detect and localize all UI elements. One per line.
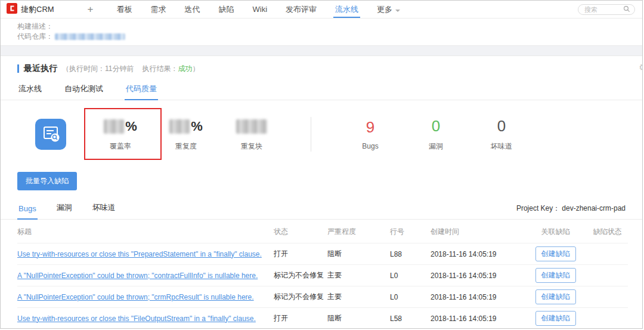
issue-severity: 主要 — [327, 265, 390, 286]
nav-more-label: 更多 — [377, 1, 392, 18]
result-value: 成功 — [178, 64, 192, 73]
issue-created: 2018-11-16 14:05:19 — [431, 265, 524, 286]
metric-duplicate-blocks: 重复块 — [219, 118, 284, 152]
redacted-value — [104, 119, 124, 134]
issue-status: 打开 — [274, 308, 327, 329]
metric-label-vulnerabilities: 漏洞 — [403, 141, 469, 152]
table-row: A "NullPointerException" could be thrown… — [17, 265, 628, 286]
app-window: 捷豹CRM + 看板 需求 迭代 缺陷 Wiki 发布评审 流水线 更多 构建描… — [0, 0, 643, 329]
table-row: A "NullPointerException" could be thrown… — [17, 286, 628, 308]
tab-automated-test[interactable]: 自动化测试 — [63, 81, 104, 100]
nav-item-pipeline[interactable]: 流水线 — [333, 1, 360, 18]
repo-link-redacted[interactable] — [55, 33, 125, 40]
quality-metrics: % 覆盖率 % 重复度 重复块 9 Bugs — [1, 100, 642, 169]
tab-pipeline[interactable]: 流水线 — [17, 81, 43, 100]
duplicate-blocks-value — [219, 118, 284, 135]
search-box — [578, 4, 635, 15]
metric-label-duplicate-blocks: 重复块 — [219, 141, 284, 152]
issue-link[interactable]: Use try-with-resources or close this "Fi… — [17, 314, 256, 323]
nav-item-kanban[interactable]: 看板 — [115, 1, 134, 18]
table-header-row: 标题 状态 严重程度 行号 创建时间 关联缺陷 缺陷状态 — [17, 220, 628, 243]
col-created: 创建时间 — [431, 220, 524, 243]
title-accent-bar — [17, 64, 19, 73]
issue-title-cell: Use try-with-resources or close this "Pr… — [17, 243, 274, 265]
nav-item-release-review[interactable]: 发布评审 — [284, 1, 318, 18]
metric-coverage: % 覆盖率 — [88, 118, 153, 152]
issue-defect-status — [587, 286, 628, 308]
project-key: Project Key：dev-zhenai-crm-pad — [516, 203, 626, 219]
brand-name: 捷豹CRM — [21, 4, 54, 15]
tab-code-smells[interactable]: 坏味道 — [91, 200, 117, 219]
code-quality-icon — [35, 119, 66, 150]
batch-import-defects-button[interactable]: 批量导入缺陷 — [17, 172, 77, 190]
search-icon[interactable] — [623, 5, 630, 13]
col-status: 状态 — [274, 220, 327, 243]
issue-defect-status — [587, 243, 628, 265]
metric-code-smells: 0 坏味道 — [469, 118, 534, 152]
nav-item-more[interactable]: 更多 — [375, 1, 402, 18]
tab-vulnerabilities[interactable]: 漏洞 — [55, 200, 73, 219]
create-defect-button[interactable]: 创建缺陷 — [535, 246, 576, 261]
section-divider — [1, 45, 642, 56]
duplication-value: % — [153, 118, 219, 135]
issue-created: 2018-11-16 14:05:19 — [431, 286, 524, 308]
settings-icon[interactable]: ⚙ — [639, 62, 643, 73]
code-smells-count: 0 — [469, 118, 534, 135]
vulnerabilities-count: 0 — [403, 118, 469, 135]
issue-created: 2018-11-16 14:05:19 — [431, 243, 524, 265]
issue-created: 2018-11-16 14:05:19 — [431, 308, 524, 329]
tab-bugs[interactable]: Bugs — [17, 202, 38, 219]
result-tabs: 流水线 自动化测试 代码质量 — [1, 81, 642, 100]
tab-code-quality[interactable]: 代码质量 — [125, 81, 158, 100]
issue-severity: 主要 — [327, 286, 390, 308]
issue-title-cell: Use try-with-resources or close this "Fi… — [17, 308, 274, 329]
redacted-value — [169, 119, 190, 134]
issue-status: 标记为不会修复 — [274, 286, 327, 308]
issue-defect-status — [587, 265, 628, 286]
table-row: Use try-with-resources or close this "Pr… — [17, 243, 628, 265]
issue-line: L0 — [390, 265, 431, 286]
col-linked-defect: 关联缺陷 — [524, 220, 587, 243]
issue-action-cell: 创建缺陷 — [524, 308, 587, 329]
metrics-divider — [311, 117, 311, 152]
nav-item-requirements[interactable]: 需求 — [149, 1, 168, 18]
nav-item-defects[interactable]: 缺陷 — [217, 1, 236, 18]
col-line: 行号 — [390, 220, 431, 243]
brand[interactable]: 捷豹CRM — [7, 3, 54, 16]
issue-status: 打开 — [274, 243, 327, 265]
create-defect-button[interactable]: 创建缺陷 — [535, 311, 576, 326]
issue-link[interactable]: A "NullPointerException" could be thrown… — [17, 272, 258, 280]
issues-table: 标题 状态 严重程度 行号 创建时间 关联缺陷 缺陷状态 Use try-wit… — [17, 220, 628, 329]
result-label: 执行结果： — [142, 64, 178, 73]
issue-severity: 阻断 — [327, 243, 390, 265]
create-defect-button[interactable]: 创建缺陷 — [535, 268, 576, 283]
col-defect-status: 缺陷状态 — [587, 220, 628, 243]
table-row: Use try-with-resources or close this "Fi… — [17, 308, 628, 329]
project-key-label: Project Key： — [516, 204, 560, 212]
issue-link[interactable]: A "NullPointerException" could be thrown… — [17, 293, 254, 301]
section-title: 最近执行 — [24, 63, 57, 74]
issue-title-cell: A "NullPointerException" could be thrown… — [17, 265, 274, 286]
issue-action-cell: 创建缺陷 — [524, 286, 587, 308]
nav-item-iterations[interactable]: 迭代 — [183, 1, 202, 18]
metric-duplication: % 重复度 — [153, 118, 219, 152]
issue-link[interactable]: Use try-with-resources or close this "Pr… — [17, 250, 262, 258]
card-header: 最近执行 （执行时间：11分钟前执行结果：成功） ⚙ — [1, 56, 642, 74]
main-nav: 看板 需求 迭代 缺陷 Wiki 发布评审 流水线 更多 — [115, 1, 417, 18]
issue-line: L88 — [390, 243, 431, 265]
nav-item-wiki[interactable]: Wiki — [251, 1, 270, 18]
create-defect-button[interactable]: 创建缺陷 — [535, 289, 576, 304]
build-info: 构建描述： 代码仓库： — [1, 18, 642, 45]
project-key-value: dev-zhenai-crm-pad — [562, 204, 626, 212]
meta-open: （执行时间： — [62, 64, 105, 73]
issue-action-cell: 创建缺陷 — [524, 265, 587, 286]
add-button[interactable]: + — [88, 1, 94, 18]
build-description-label: 构建描述： — [17, 21, 53, 32]
col-title: 标题 — [17, 220, 274, 243]
issue-line: L58 — [390, 308, 431, 329]
issue-defect-status — [587, 308, 628, 329]
metric-label-bugs: Bugs — [338, 142, 403, 150]
col-severity: 严重程度 — [327, 220, 390, 243]
percent-sign: % — [191, 119, 203, 134]
metric-label-duplication: 重复度 — [153, 141, 219, 152]
